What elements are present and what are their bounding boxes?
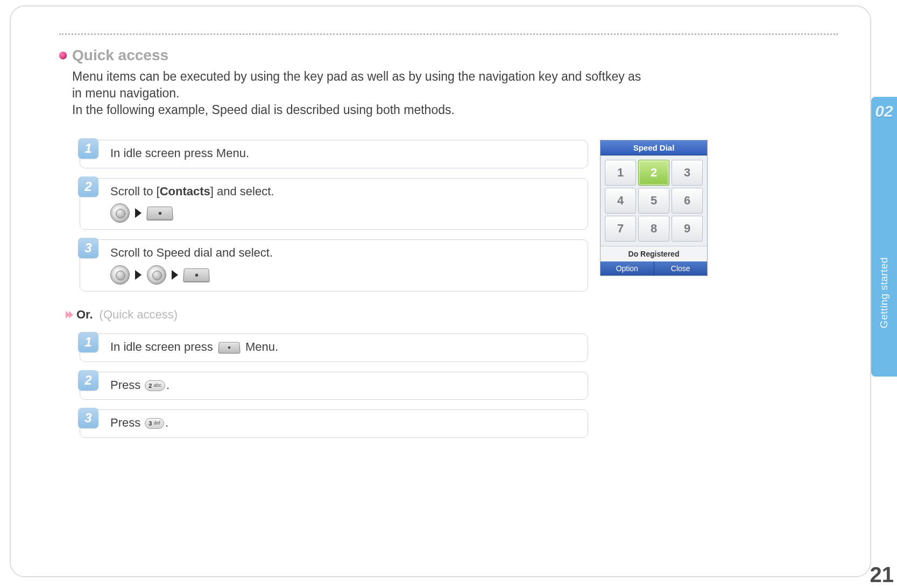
- step-text: Press 3def.: [110, 415, 579, 431]
- softkey-icon: [218, 342, 241, 354]
- double-chevron-icon: [66, 311, 72, 318]
- step-card: 3Press 3def.: [80, 409, 588, 438]
- step-text: In idle screen press Menu.: [110, 339, 579, 355]
- step-card: 1In idle screen press Menu.: [80, 334, 588, 362]
- triangle-right-icon: [135, 208, 142, 218]
- page-number: 21: [870, 563, 894, 587]
- phone-softkey-bar: Option Close: [601, 261, 707, 275]
- intro-text: Menu items can be executed by using the …: [72, 68, 642, 118]
- speed-dial-cell: 7: [605, 216, 636, 242]
- side-tab: 02 Getting started: [871, 97, 897, 377]
- speed-dial-cell: 9: [672, 216, 703, 242]
- speed-dial-cell: 8: [638, 216, 669, 242]
- step-badge: 1: [78, 332, 98, 352]
- triangle-right-icon: [135, 270, 142, 280]
- method-a-steps: 1In idle screen press Menu.2Scroll to [C…: [80, 140, 588, 292]
- step-card: 2Scroll to [Contacts] and select.: [80, 178, 588, 230]
- phone-softkey-left: Option: [601, 261, 654, 275]
- speed-dial-grid: 123456789: [601, 155, 707, 246]
- content-row: 1In idle screen press Menu.2Scroll to [C…: [59, 140, 838, 448]
- speed-dial-cell: 1: [605, 160, 636, 186]
- keypad-key-icon: 2abc: [145, 380, 165, 391]
- step-badge: 3: [78, 238, 98, 258]
- step-card: 2Press 2abc.: [80, 372, 588, 400]
- dotted-divider: [59, 33, 838, 35]
- bullet-icon: [59, 52, 67, 59]
- keypad-key-icon: 3def: [145, 418, 164, 429]
- steps-column: 1In idle screen press Menu.2Scroll to [C…: [80, 140, 588, 448]
- phone-column: Speed Dial 123456789 Do Registered Optio…: [600, 140, 713, 448]
- icon-row: [110, 203, 579, 223]
- step-badge: 3: [78, 408, 98, 428]
- speed-dial-cell: 2: [638, 160, 669, 186]
- phone-softkey-right: Close: [654, 261, 708, 275]
- step-text: In idle screen press Menu.: [110, 146, 579, 161]
- section-title-row: Quick access: [59, 47, 838, 64]
- nav-wheel-icon: [110, 203, 130, 223]
- speed-dial-cell: 5: [638, 188, 669, 214]
- phone-screenshot: Speed Dial 123456789 Do Registered Optio…: [600, 140, 708, 276]
- step-text: Press 2abc.: [110, 378, 579, 393]
- icon-row: [110, 265, 579, 285]
- nav-wheel-icon: [147, 265, 166, 285]
- step-text: Scroll to Speed dial and select.: [110, 245, 579, 261]
- step-card: 3Scroll to Speed dial and select.: [80, 239, 588, 292]
- section-title: Quick access: [72, 47, 168, 64]
- nav-wheel-icon: [110, 265, 130, 285]
- speed-dial-cell: 4: [605, 188, 636, 214]
- step-badge: 2: [78, 370, 98, 391]
- phone-status: Do Registered: [601, 246, 707, 261]
- softkey-icon: [146, 207, 173, 220]
- step-text: Scroll to [Contacts] and select.: [110, 184, 579, 200]
- method-b-steps: 1In idle screen press Menu.2Press 2abc.3…: [80, 334, 588, 438]
- or-row: Or. (Quick access): [66, 308, 588, 322]
- or-label: Or.: [76, 308, 93, 322]
- phone-title: Speed Dial: [601, 140, 707, 155]
- triangle-right-icon: [172, 270, 178, 280]
- step-badge: 2: [78, 176, 98, 197]
- speed-dial-cell: 3: [672, 160, 703, 186]
- speed-dial-cell: 6: [672, 188, 703, 214]
- intro-line-1: Menu items can be executed by using the …: [72, 69, 641, 100]
- intro-line-2: In the following example, Speed dial is …: [72, 103, 455, 117]
- page-frame: Quick access Menu items can be executed …: [10, 5, 871, 577]
- softkey-icon: [183, 268, 210, 282]
- chapter-number: 02: [875, 102, 893, 121]
- step-card: 1In idle screen press Menu.: [80, 140, 588, 168]
- side-tab-label: Getting started: [878, 257, 890, 328]
- or-sublabel: (Quick access): [100, 308, 178, 322]
- step-badge: 1: [78, 138, 98, 159]
